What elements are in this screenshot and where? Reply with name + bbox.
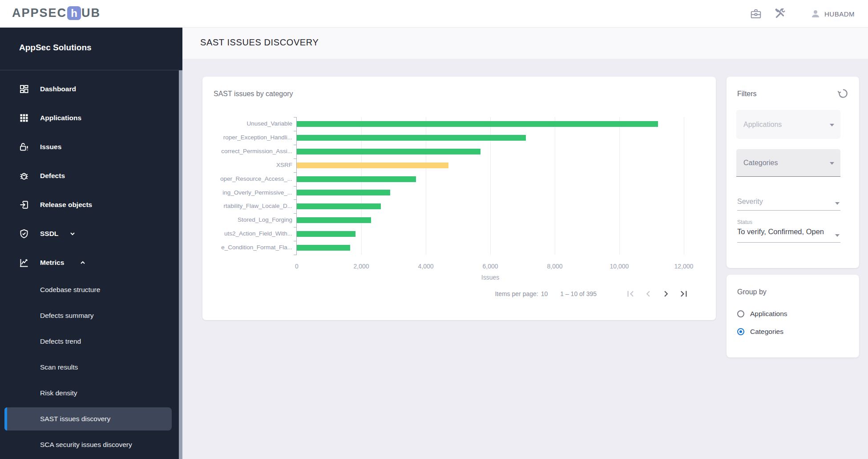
axis-tick (294, 172, 297, 173)
release-objects-icon (19, 199, 29, 210)
bar-2[interactable] (297, 149, 480, 154)
x-tick-label: 6,000 (472, 263, 508, 270)
severity-filter-select[interactable]: Severity (737, 196, 840, 211)
app-logo[interactable]: APPSEChUB (12, 6, 101, 20)
sidebar-item-issues[interactable]: Issues (0, 132, 179, 161)
logo-text-left: APPSEC (12, 6, 67, 20)
reset-filters-icon[interactable] (837, 87, 849, 100)
sidebar-item-applications[interactable]: Applications (0, 103, 179, 132)
first-page-icon (625, 288, 636, 300)
x-tick-label: 4,000 (408, 263, 444, 270)
sidebar-item-metrics[interactable]: Metrics (0, 248, 179, 277)
axis-tick (294, 199, 297, 200)
categories-filter-placeholder: Categories (743, 159, 778, 167)
user-icon (810, 8, 821, 19)
sidebar-item-sca-security-issues-discovery[interactable]: SCA security issues discovery (0, 432, 179, 458)
page-titlebar: SAST ISSUES DISCOVERY (182, 28, 868, 59)
sidebar-item-defects-summary[interactable]: Defects summary (0, 303, 179, 329)
dropdown-arrow-icon (835, 234, 840, 237)
applications-icon (19, 113, 29, 123)
bar-4[interactable] (297, 176, 416, 182)
status-filter-select[interactable]: Status To verify, Confirmed, Open (737, 219, 840, 243)
last-page-icon (678, 288, 690, 300)
sidebar-item-risk-density[interactable]: Risk density (0, 380, 179, 406)
sidebar-item-codebase-structure[interactable]: Codebase structure (0, 277, 179, 303)
bar-1[interactable] (297, 135, 526, 141)
bar-6[interactable] (297, 203, 381, 209)
dropdown-arrow-icon (835, 202, 840, 205)
sidebar-item-dashboard[interactable]: Dashboard (0, 74, 179, 103)
username: HUBADM (824, 10, 855, 18)
previous-page-icon (642, 288, 654, 300)
x-tick-label: 2,000 (343, 263, 379, 270)
radio-unchecked-icon (737, 310, 744, 317)
bar-0[interactable] (297, 121, 658, 127)
axis-tick (294, 117, 297, 118)
severity-filter-placeholder: Severity (737, 198, 763, 206)
issues-icon (19, 142, 29, 152)
category-label: roper_Exception_Handli... (190, 131, 292, 145)
status-filter-label: Status (737, 219, 752, 225)
category-label: e_Condition_Format_Fla... (190, 241, 292, 255)
axis-tick (294, 213, 297, 214)
gridline (684, 117, 684, 255)
first-page-button[interactable] (622, 286, 639, 302)
page-title: SAST ISSUES DISCOVERY (200, 37, 319, 48)
sidebar-item-ssdl[interactable]: SSDL (0, 219, 179, 248)
category-label: Unused_Variable (190, 117, 292, 131)
category-label: XSRF (190, 158, 292, 172)
last-page-button[interactable] (675, 286, 693, 302)
sidebar: AppSec Solutions Dashboard Applications (0, 28, 182, 459)
bar-5[interactable] (297, 190, 390, 195)
group-by-option-applications[interactable]: Applications (737, 308, 787, 320)
group-by-option-categories[interactable]: Categories (737, 326, 783, 337)
app-header: APPSEChUB HUBADM (0, 0, 868, 28)
chart-card: SAST issues by category Unused_Variabler… (202, 77, 716, 320)
categories-filter-select[interactable]: Categories (736, 149, 840, 177)
sidebar-nav: Dashboard Applications Issues (0, 74, 179, 458)
bar-7[interactable] (297, 217, 371, 223)
sidebar-title: AppSec Solutions (0, 28, 182, 70)
page-range-label: 1 – 10 of 395 (560, 290, 597, 297)
bar-chart: Unused_Variableroper_Exception_Handli...… (297, 117, 684, 255)
admin-tools-icon[interactable] (774, 8, 786, 20)
sidebar-item-defects-trend[interactable]: Defects trend (0, 329, 179, 354)
sidebar-divider (0, 70, 182, 70)
axis-tick (294, 255, 297, 255)
axis-tick (294, 241, 297, 241)
applications-filter-placeholder: Applications (743, 121, 782, 129)
logo-h-icon: h (67, 6, 81, 20)
x-tick-label: 12,000 (666, 263, 702, 270)
group-by-panel: Group by Applications Categories (727, 275, 859, 357)
previous-page-button[interactable] (639, 286, 657, 302)
metrics-icon (19, 257, 29, 268)
sidebar-item-release-objects[interactable]: Release objects (0, 190, 179, 219)
gridline (555, 117, 555, 255)
axis-tick (294, 158, 297, 159)
bar-8[interactable] (297, 231, 355, 237)
items-per-page[interactable]: Items per page: 10 (495, 290, 548, 297)
sidebar-item-scan-results[interactable]: Scan results (0, 354, 179, 380)
bar-3[interactable] (297, 162, 448, 168)
category-label: Stored_Log_Forging (190, 213, 292, 227)
selected-item-accent-bar (4, 407, 7, 431)
axis-tick (294, 186, 297, 187)
items-per-page-value: 10 (541, 290, 548, 297)
paginator: Items per page: 10 1 – 10 of 395 (495, 286, 693, 302)
bar-9[interactable] (297, 245, 350, 251)
user-menu[interactable]: HUBADM (810, 8, 855, 19)
sidebar-scrollbar[interactable] (179, 70, 182, 459)
header-actions: HUBADM (750, 0, 855, 28)
category-label: correct_Permission_Assi... (190, 145, 292, 158)
toolbox-icon[interactable] (750, 8, 762, 20)
x-tick-label: 0 (279, 263, 315, 270)
dashboard-icon (19, 84, 29, 94)
chevron-up-icon (79, 259, 86, 266)
dropdown-arrow-icon (830, 124, 834, 126)
sidebar-item-sast-issues-discovery[interactable]: SAST issues discovery (0, 406, 179, 432)
applications-filter-select[interactable]: Applications (736, 110, 840, 139)
filters-title: Filters (737, 90, 757, 98)
sidebar-item-defects[interactable]: Defects (0, 161, 179, 190)
next-page-button[interactable] (657, 286, 675, 302)
filters-panel: Filters Applications Categories Severity… (727, 77, 859, 268)
